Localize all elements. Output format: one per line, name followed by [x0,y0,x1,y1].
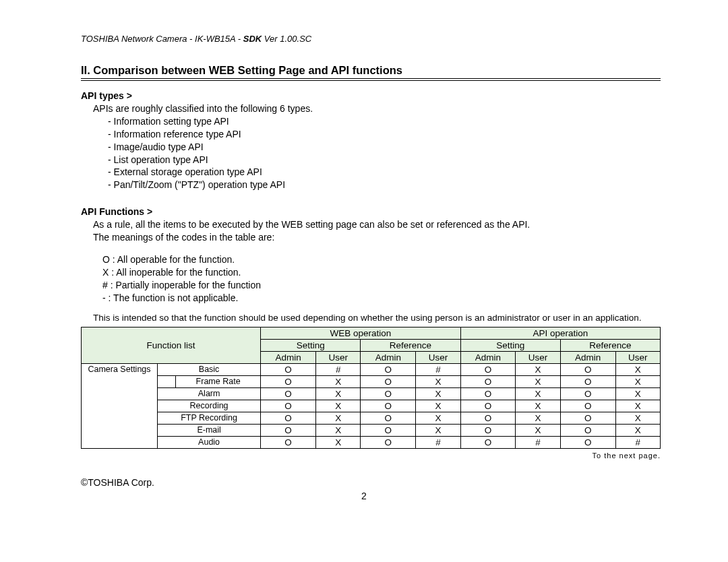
api-functions-intro: As a rule, all the items to be executed … [93,218,661,231]
cell: O [460,363,516,375]
th-api: API operation [460,327,660,339]
th-admin: Admin [460,351,516,363]
api-type-item: - External storage operation type API [108,166,661,179]
cell: O [460,387,516,400]
cell: X [316,400,361,412]
fn-name: Alarm [158,387,261,400]
header-sdk: SDK [243,34,264,44]
cell: O [460,424,516,436]
cell: O [560,387,615,400]
api-type-item: - Information reference type API [108,128,661,141]
th-user: User [316,351,361,363]
code-item: X : All inoperable for the function. [102,266,661,279]
cell: X [516,424,560,436]
code-legend: O : All operable for the function. X : A… [102,253,661,305]
cell: X [516,375,560,387]
cell: O [460,412,516,424]
cell: X [316,436,361,448]
table-row: FTP Recording O X O X O X O X [82,412,661,424]
cell: X [615,375,660,387]
cell: X [615,412,660,424]
fn-name: E-mail [158,424,261,436]
group-cell: Camera Settings [82,363,158,448]
cell: X [615,424,660,436]
cell: O [361,387,416,400]
cell: X [615,363,660,375]
cell: O [261,387,316,400]
cell: X [316,424,361,436]
api-type-item: - Image/audio type API [108,141,661,154]
th-admin: Admin [560,351,615,363]
table-note: This is intended so that the function sh… [93,313,661,323]
fn-name: Frame Rate [176,375,261,387]
api-type-item: - List operation type API [108,154,661,166]
header-ver: Ver 1.00.SC [264,34,311,44]
cell: O [361,375,416,387]
cell: O [460,375,516,387]
cell: O [460,400,516,412]
cell: X [516,400,560,412]
api-functions-codes-intro: The meanings of the codes in the table a… [93,231,661,244]
th-user: User [416,351,460,363]
th-setting: Setting [460,339,560,351]
cell: O [261,412,316,424]
table-row: Recording O X O X O X O X [82,400,661,412]
cell: O [560,375,615,387]
cell: O [361,363,416,375]
cell: X [316,375,361,387]
cell: X [316,412,361,424]
api-type-item: - Pan/Tilt/Zoom ("PTZ") operation type A… [108,179,661,191]
cell: X [416,387,460,400]
cell: O [261,400,316,412]
th-user: User [516,351,560,363]
api-functions-heading: API Functions > [81,206,661,217]
th-function-list: Function list [82,327,261,363]
table-row: Audio O X O # O # O # [82,436,661,448]
cell: O [560,400,615,412]
cell: X [615,400,660,412]
cell: X [615,387,660,400]
cell: X [416,424,460,436]
cell: # [615,436,660,448]
table-row: Frame Rate O X O X O X O X [82,375,661,387]
table-row: Camera Settings Basic O # O # O X O X [82,363,661,375]
cell: X [316,387,361,400]
cell: O [261,375,316,387]
cell: O [261,436,316,448]
section-title: II. Comparison between WEB Setting Page … [81,64,661,81]
table-row: E-mail O X O X O X O X [82,424,661,436]
cell: # [416,363,460,375]
th-admin: Admin [261,351,316,363]
function-table: Function list WEB operation API operatio… [81,327,661,449]
fn-name: Basic [158,363,261,375]
fn-name: FTP Recording [158,412,261,424]
cell: O [361,412,416,424]
cell: O [560,363,615,375]
th-reference: Reference [560,339,660,351]
code-item: O : All operable for the function. [102,253,661,266]
table-row: Alarm O X O X O X O X [82,387,661,400]
cell: O [361,436,416,448]
api-types-intro: APIs are roughly classified into the fol… [93,102,661,115]
cell: O [261,363,316,375]
cell: X [416,400,460,412]
cell: X [516,387,560,400]
cell: # [416,436,460,448]
api-types-heading: API types > [81,90,661,101]
th-admin: Admin [361,351,416,363]
th-reference: Reference [361,339,460,351]
cell: # [516,436,560,448]
cell: X [516,363,560,375]
cell: O [261,424,316,436]
page-number: 2 [0,491,728,501]
api-type-item: - Information setting type API [108,115,661,128]
header-product: TOSHIBA Network Camera - IK-WB15A - [81,34,243,44]
fn-name: Recording [158,400,261,412]
doc-header: TOSHIBA Network Camera - IK-WB15A - SDK … [81,34,661,44]
cell: X [416,412,460,424]
cell: O [361,400,416,412]
th-user: User [615,351,660,363]
footer-copyright: ©TOSHIBA Corp. [81,477,661,488]
cell: O [560,424,615,436]
code-item: # : Partially inoperable for the functio… [102,279,661,292]
